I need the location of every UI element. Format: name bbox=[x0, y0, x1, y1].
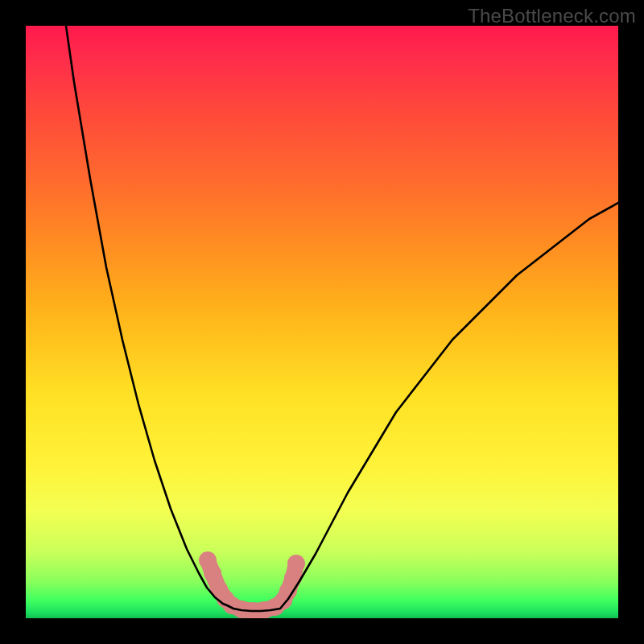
marker-dot bbox=[204, 564, 221, 582]
chart-frame: TheBottleneck.com bbox=[0, 0, 644, 644]
gradient-plot-area bbox=[26, 26, 618, 618]
marker-layer bbox=[199, 551, 305, 618]
bottleneck-curve bbox=[26, 26, 618, 618]
curve-path bbox=[66, 26, 618, 611]
marker-dot bbox=[287, 555, 305, 572]
watermark-text: TheBottleneck.com bbox=[468, 5, 636, 27]
